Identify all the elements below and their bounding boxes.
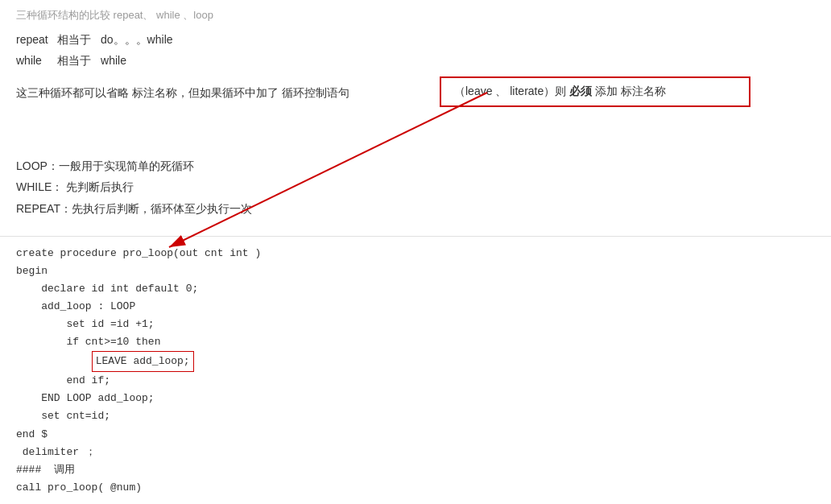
loop-desc-while: WHILE： 先判断后执行	[16, 176, 815, 198]
highlight-text-part1: （leave 、 literate）则	[454, 85, 569, 97]
repeat-label: repeat	[16, 33, 48, 46]
notice-area: 这三种循环都可以省略 标注名称，但如果循环中加了 循环控制语句 （leave 、…	[16, 83, 815, 123]
code-line-13: #### 调用	[16, 461, 815, 479]
loop-desc-loop: LOOP：一般用于实现简单的死循环	[16, 155, 815, 177]
code-line-14: call pro_loop( @num)	[16, 479, 815, 497]
notice-text: 这三种循环都可以省略 标注名称，但如果循环中加了 循环控制语句	[16, 83, 416, 103]
repeat-value: do。。。while	[101, 33, 172, 46]
highlight-text-part2: 添加 标注名称	[595, 85, 666, 97]
code-line-9: END LOOP add_loop;	[16, 390, 815, 407]
code-line-8: end if;	[16, 372, 815, 390]
top-section: 三种循环结构的比较 repeat、 while 、loop repeat 相当于…	[0, 0, 831, 237]
code-line-6: if cnt>=10 then	[16, 333, 815, 351]
while-value: while	[101, 54, 126, 67]
code-line-15: ...	[16, 497, 815, 504]
highlight-box: （leave 、 literate）则 必须 添加 标注名称	[440, 76, 750, 107]
while-row: while 相当于 while	[16, 52, 815, 69]
comparison-rows: repeat 相当于 do。。。while while 相当于 while	[16, 31, 815, 70]
page-container: 三种循环结构的比较 repeat、 while 、loop repeat 相当于…	[0, 0, 831, 504]
repeat-row: repeat 相当于 do。。。while	[16, 31, 815, 48]
code-line-5: set id =id +1;	[16, 316, 815, 333]
repeat-equiv: 相当于	[57, 33, 91, 46]
code-line-7-highlighted: LEAVE add_loop;	[16, 351, 815, 372]
code-line-1: create procedure pro_loop(out cnt int )	[16, 245, 815, 262]
loop-desc-repeat: REPEAT：先执行后判断，循环体至少执行一次	[16, 198, 815, 220]
leave-highlighted: LEAVE add_loop;	[92, 351, 194, 372]
highlight-bold: 必须	[569, 85, 595, 97]
code-line-11: end $	[16, 426, 815, 444]
code-line-2: begin	[16, 262, 815, 280]
top-header: 三种循环结构的比较 repeat、 while 、loop	[16, 8, 815, 23]
code-line-4: add_loop : LOOP	[16, 298, 815, 316]
while-label: while	[16, 54, 42, 67]
code-line-3: declare id int default 0;	[16, 280, 815, 298]
code-line-12: delimiter ；	[16, 444, 815, 461]
while-equiv: 相当于	[57, 54, 91, 67]
code-line-10: set cnt=id;	[16, 407, 815, 425]
code-section: create procedure pro_loop(out cnt int ) …	[0, 237, 831, 504]
notice-main-text: 这三种循环都可以省略 标注名称，但如果循环中加了 循环控制语句	[16, 86, 349, 99]
loop-descriptions: LOOP：一般用于实现简单的死循环 WHILE： 先判断后执行 REPEAT：先…	[16, 155, 815, 220]
